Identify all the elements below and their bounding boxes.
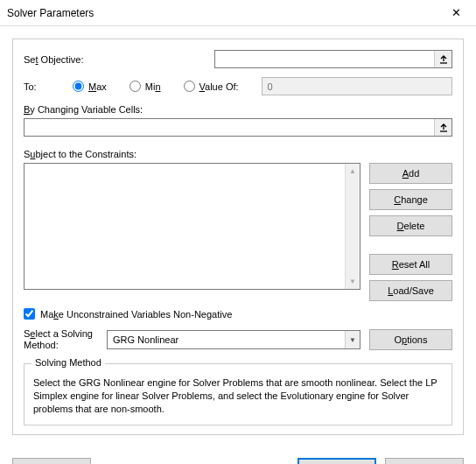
- changing-cells-input[interactable]: [24, 118, 452, 137]
- collapse-dialog-icon[interactable]: [434, 119, 452, 136]
- solving-method-description: Select the GRG Nonlinear engine for Solv…: [33, 376, 443, 416]
- value-of-input[interactable]: 0: [262, 77, 452, 95]
- solve-button[interactable]: Solve: [298, 458, 376, 464]
- set-objective-input[interactable]: [214, 50, 452, 68]
- reset-all-button[interactable]: Reset All: [369, 254, 452, 275]
- constraints-label: Subject to the Constraints:: [24, 149, 452, 159]
- by-changing-label: By Changing Variable Cells:: [24, 104, 452, 115]
- min-radio[interactable]: Min: [130, 81, 161, 92]
- to-label: To:: [24, 81, 73, 92]
- scrollbar[interactable]: ▲ ▼: [345, 164, 360, 289]
- main-panel: Set Objective: To: Max Min Value Of:: [12, 39, 464, 435]
- changing-cells-field[interactable]: [24, 119, 434, 136]
- solving-method-combo[interactable]: GRG Nonlinear ▼: [107, 330, 360, 349]
- scroll-up-icon[interactable]: ▲: [346, 164, 360, 179]
- footer: Help Solve Close: [0, 447, 476, 464]
- help-button[interactable]: Help: [12, 458, 91, 464]
- change-button[interactable]: Change: [369, 189, 452, 210]
- scroll-down-icon[interactable]: ▼: [346, 274, 360, 289]
- solving-method-legend: Solving Method: [32, 357, 105, 368]
- set-objective-field[interactable]: [215, 51, 434, 67]
- non-negative-checkbox[interactable]: Make Unconstrained Variables Non-Negativ…: [24, 308, 452, 320]
- close-button[interactable]: ✕: [437, 0, 476, 26]
- load-save-button[interactable]: Load/Save: [369, 280, 452, 301]
- close-button-footer[interactable]: Close: [385, 458, 464, 464]
- max-radio[interactable]: Max: [73, 81, 107, 92]
- value-of-radio[interactable]: Value Of:: [184, 81, 239, 92]
- chevron-down-icon[interactable]: ▼: [345, 331, 360, 348]
- titlebar: Solver Parameters ✕: [0, 0, 476, 26]
- window-title: Solver Parameters: [7, 7, 94, 19]
- solving-method-groupbox: Solving Method Select the GRG Nonlinear …: [24, 363, 452, 425]
- options-button[interactable]: Options: [369, 329, 452, 350]
- select-method-label: Select a Solving Method:: [24, 328, 98, 351]
- delete-button[interactable]: Delete: [369, 215, 452, 236]
- set-objective-label: Set Objective:: [24, 54, 214, 65]
- collapse-dialog-icon[interactable]: [434, 51, 452, 67]
- add-button[interactable]: Add: [369, 163, 452, 184]
- constraints-listbox[interactable]: ▲ ▼: [24, 163, 360, 290]
